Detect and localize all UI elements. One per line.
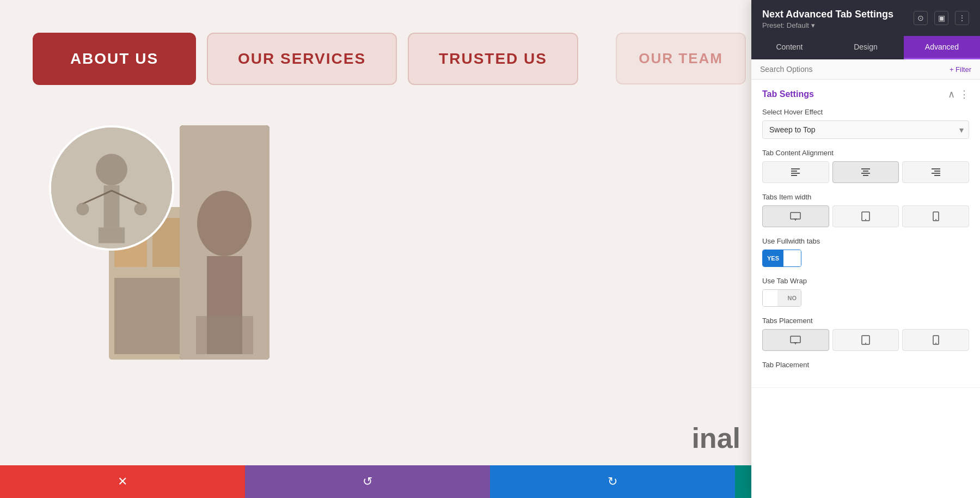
svg-point-12	[197, 191, 252, 256]
toggle-on-part[interactable]	[763, 290, 777, 306]
svg-point-40	[935, 343, 936, 344]
tab-team[interactable]: OUR TEAM	[616, 33, 746, 84]
panel-header-icons: ⊙ ▣ ⋮	[914, 11, 969, 25]
panel-preset[interactable]: Preset: Default ▾	[762, 21, 893, 29]
tab-placement-label: Tab Placement	[762, 361, 969, 369]
svg-rect-10	[114, 278, 191, 354]
filter-button[interactable]: + Filter	[950, 65, 971, 74]
placement-group	[762, 329, 969, 351]
tab-trusted-label: TRUSTED US	[439, 50, 547, 68]
tab-trusted[interactable]: TRUSTED US	[408, 33, 578, 85]
fullwidth-row: Use Fullwidth tabs YES	[762, 237, 969, 267]
section-controls: ∧ ⋮	[948, 88, 969, 100]
tabwrap-label: Use Tab Wrap	[762, 277, 969, 285]
tab-services-label: OUR SERVICES	[238, 50, 366, 68]
svg-point-0	[96, 154, 127, 185]
svg-point-38	[865, 343, 866, 344]
tab-bar: ABOUT US OUR SERVICES TRUSTED US	[33, 33, 578, 85]
hover-effect-select[interactable]: Sweep to Top Sweep to Bottom Fade None	[762, 120, 969, 139]
placement-label: Tabs Placement	[762, 317, 969, 325]
mobile-icon	[930, 211, 941, 222]
fullwidth-toggle[interactable]: YES	[762, 250, 801, 267]
panel-layout-icon[interactable]: ▣	[934, 11, 948, 25]
alignment-label: Tab Content Alignment	[762, 149, 969, 157]
bottom-decorative-text: inal	[691, 422, 740, 454]
circle-image	[49, 125, 174, 251]
tab-about[interactable]: ABOUT US	[33, 33, 196, 85]
search-input[interactable]	[760, 65, 950, 74]
fullwidth-label: Use Fullwidth tabs	[762, 237, 969, 245]
svg-rect-6	[99, 227, 125, 243]
images-area	[49, 125, 174, 251]
cancel-icon: ✕	[118, 475, 127, 489]
hover-effect-select-wrapper: Sweep to Top Sweep to Bottom Fade None ▾	[762, 120, 969, 139]
tabwrap-row: Use Tab Wrap NO	[762, 277, 969, 307]
placement-desktop-icon	[790, 335, 801, 345]
toggle-yes-label[interactable]: YES	[763, 250, 783, 266]
panel-tab-bar: Content Design Advanced	[751, 36, 980, 59]
tab-team-label: OUR TEAM	[639, 50, 723, 66]
svg-point-33	[935, 219, 936, 220]
svg-rect-34	[791, 336, 800, 343]
svg-point-5	[134, 203, 147, 215]
width-desktop-button[interactable]	[762, 205, 829, 227]
svg-point-31	[865, 219, 866, 220]
collapse-button[interactable]: ∧	[948, 88, 955, 100]
panel-body: Tab Settings ∧ ⋮ Select Hover Effect Swe…	[751, 80, 980, 498]
width-label: Tabs Item width	[762, 193, 969, 201]
tabwrap-toggle[interactable]: NO	[762, 289, 801, 307]
section-title: Tab Settings	[762, 89, 814, 99]
panel-header: Next Advanced Tab Settings Preset: Defau…	[751, 0, 980, 36]
align-right-icon	[930, 167, 941, 178]
width-tablet-button[interactable]	[832, 205, 899, 227]
placement-mobile-button[interactable]	[902, 329, 969, 351]
tab-placement-row: Tab Placement	[762, 361, 969, 369]
undo-icon: ↺	[363, 475, 372, 489]
align-left-icon	[790, 167, 801, 178]
panel-more-icon[interactable]: ⋮	[955, 11, 969, 25]
desktop-icon	[790, 211, 801, 222]
tab-advanced[interactable]: Advanced	[904, 36, 980, 59]
placement-mobile-icon	[930, 335, 941, 345]
tab-about-label: ABOUT US	[70, 50, 158, 68]
tab-content[interactable]: Content	[751, 36, 828, 59]
alignment-row: Tab Content Alignment	[762, 149, 969, 183]
toggle-off-part[interactable]	[783, 250, 801, 266]
hover-effect-label: Select Hover Effect	[762, 108, 969, 116]
redo-button[interactable]: ↻	[490, 465, 735, 498]
width-group	[762, 205, 969, 227]
cancel-button[interactable]: ✕	[0, 465, 245, 498]
redo-icon: ↻	[608, 475, 617, 489]
placement-tablet-icon	[860, 335, 871, 345]
section-header: Tab Settings ∧ ⋮	[762, 88, 969, 100]
align-right-button[interactable]	[902, 161, 969, 183]
settings-panel: Next Advanced Tab Settings Preset: Defau…	[751, 0, 980, 498]
align-left-button[interactable]	[762, 161, 829, 183]
placement-tablet-button[interactable]	[832, 329, 899, 351]
alignment-group	[762, 161, 969, 183]
section-more-button[interactable]: ⋮	[959, 88, 969, 100]
svg-rect-14	[196, 316, 253, 354]
hover-effect-row: Select Hover Effect Sweep to Top Sweep t…	[762, 108, 969, 139]
placement-row: Tabs Placement	[762, 317, 969, 351]
panel-screenshot-icon[interactable]: ⊙	[914, 11, 928, 25]
toggle-no-label[interactable]: NO	[777, 290, 801, 306]
placement-desktop-button[interactable]	[762, 329, 829, 351]
svg-point-4	[76, 203, 89, 215]
undo-button[interactable]: ↺	[245, 465, 490, 498]
align-center-icon	[860, 167, 871, 178]
tab-design[interactable]: Design	[828, 36, 904, 59]
width-row: Tabs Item width	[762, 193, 969, 227]
search-bar: + Filter	[751, 59, 980, 80]
tab-services[interactable]: OUR SERVICES	[207, 33, 397, 85]
svg-rect-27	[791, 212, 800, 219]
tablet-icon	[860, 211, 871, 222]
tab-settings-section: Tab Settings ∧ ⋮ Select Hover Effect Swe…	[751, 80, 980, 388]
panel-title: Next Advanced Tab Settings	[762, 9, 893, 20]
width-mobile-button[interactable]	[902, 205, 969, 227]
align-center-button[interactable]	[832, 161, 899, 183]
svg-rect-1	[104, 185, 120, 227]
panel-title-group: Next Advanced Tab Settings Preset: Defau…	[762, 9, 893, 29]
